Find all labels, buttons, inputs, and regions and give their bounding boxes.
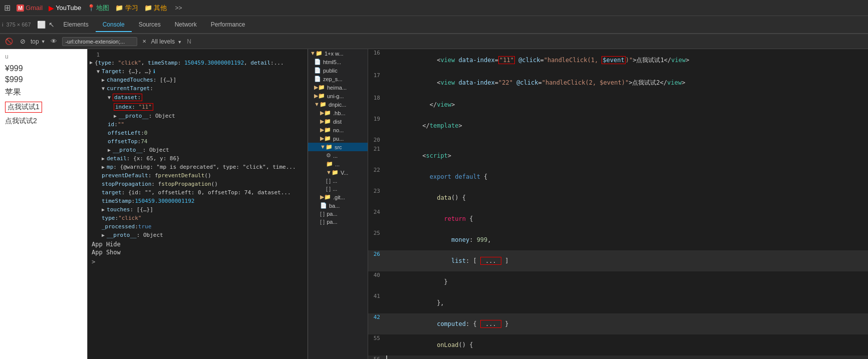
folder-icon-no: ▶📁	[320, 127, 331, 133]
console-filter-input[interactable]	[62, 37, 137, 46]
tree-item-zeps[interactable]: 📄 zep_s...	[308, 75, 368, 83]
tree-item-hb[interactable]: ▶📁 .hb...	[308, 109, 368, 117]
console-dataset[interactable]: ▼ dataset:	[88, 93, 308, 102]
code-line-25: 25 money: 999,	[368, 229, 868, 250]
tree-item-git[interactable]: ▶📁 .git...	[308, 193, 368, 201]
clear-console-button[interactable]: 🚫	[3, 37, 15, 46]
console-app-hide: App Hide	[88, 239, 308, 248]
tree-item-pa2[interactable]: [ ] pa...	[308, 218, 368, 226]
preview-u-label: u	[5, 53, 82, 60]
console-index: index: "11"	[88, 102, 308, 112]
code-line-19: 19 </template>	[368, 115, 868, 136]
console-line-number: 1	[88, 51, 308, 59]
tree-item-pu[interactable]: ▶📁 pu...	[308, 134, 368, 143]
code-line-17: 17 <view data-index="22" @click="handleC…	[368, 72, 868, 94]
apps-grid-icon[interactable]: ⊞	[4, 3, 11, 13]
console-offsettop: offsetTop: 74	[88, 137, 308, 146]
cursor-icon[interactable]: ↖	[47, 20, 57, 30]
elements-icon[interactable]: ⬜	[36, 20, 47, 30]
folder2-label[interactable]: 📁 其他	[144, 4, 167, 13]
code-line-21: 21 <script>	[368, 145, 868, 166]
folder-icon-git: ▶📁	[320, 194, 331, 200]
console-preventdefault: preventDefault: f preventDefault()	[88, 171, 308, 180]
console-more[interactable]: >	[88, 257, 308, 266]
console-click-event[interactable]: ▶ {type: "click", timeStamp: 150459.3000…	[88, 59, 308, 67]
top-bar: ⊞ M Gmail ▶ YouTube 📍 地图 📁 学习 📁 其他 >>	[0, 0, 868, 16]
tree-item-src[interactable]: ▼📁 src	[308, 143, 368, 151]
maps-label[interactable]: 📍 地图	[87, 4, 109, 13]
console-proto1[interactable]: ▶ __proto__: Object	[88, 112, 308, 120]
console-proto2[interactable]: ▶ __proto__: Object	[88, 146, 308, 154]
more-icon[interactable]: >>	[175, 5, 182, 12]
code-line-56: 56	[368, 355, 868, 359]
console-current-target[interactable]: ▼ currentTarget:	[88, 84, 308, 93]
tab-console[interactable]: Console	[96, 18, 132, 32]
gmail-label[interactable]: M Gmail	[17, 4, 43, 12]
filter-close-icon[interactable]: ✕	[140, 38, 148, 45]
tree-item-dnpic[interactable]: ▼📁 dnpic...	[308, 100, 368, 109]
tree-item-gear[interactable]: ⚙ ...	[308, 151, 368, 160]
tree-item-pa1[interactable]: [ ] pa...	[308, 210, 368, 218]
main-content: u ¥999 $999 苹果 点我试试1 点我试试2 1 ▶ {type: "c…	[0, 49, 868, 359]
tree-item-1xw[interactable]: ▼📁 1+x w...	[308, 49, 368, 58]
file-icon-html5: 📄	[314, 59, 321, 65]
tab-network[interactable]: Network	[168, 18, 204, 32]
app-preview-panel: u ¥999 $999 苹果 点我试试1 点我试试2	[0, 49, 88, 359]
devtools-height: 667	[22, 22, 31, 28]
folder-icon-v: ▼📁	[326, 169, 339, 176]
tree-item-folder1[interactable]: 📁 ...	[308, 160, 368, 168]
console-mp[interactable]: ▶ mp: {@warning: "mp is deprecated", typ…	[88, 163, 308, 171]
folder-icon-dist: ▶📁	[320, 118, 331, 125]
tab-performance[interactable]: Performance	[204, 18, 252, 32]
folder-icon-pu: ▶📁	[320, 135, 331, 142]
console-detail[interactable]: ▶ detail: {x: 65, y: 86}	[88, 154, 308, 163]
tree-item-v[interactable]: ▼📁 V...	[308, 168, 368, 177]
console-touches[interactable]: ▶ touches: [{…}]	[88, 205, 308, 214]
console-timestamp: timeStamp: 150459.30000001192	[88, 197, 308, 205]
console-type: type: "click"	[88, 214, 308, 222]
top-label: top	[31, 38, 39, 45]
console-app-show: App Show	[88, 248, 308, 257]
file-icon-pa1: [ ]	[320, 211, 325, 217]
console-target[interactable]: ▼ Target: {…}, …} ℹ	[88, 67, 308, 76]
stop-button[interactable]: ⊘	[18, 37, 28, 46]
tree-item-arr1[interactable]: [ ] ...	[308, 177, 368, 185]
click-item-2[interactable]: 点我试试2	[5, 117, 82, 126]
code-line-40: 40 }	[368, 271, 868, 292]
file-tree-panel: ▼📁 1+x w... 📄 html5... 📄 public 📄 zep_s.…	[308, 49, 368, 359]
console-target2: target: {id: "", offsetLeft: 0, offsetTo…	[88, 188, 308, 197]
tree-item-ba[interactable]: 📄 ba...	[308, 201, 368, 210]
tree-item-unig[interactable]: ▶📁 uni-g...	[308, 92, 368, 100]
n-indicator: N	[187, 38, 191, 45]
code-editor: 16 <view data-index="11" @click="handleC…	[368, 49, 868, 359]
code-line-20: 20	[368, 136, 868, 145]
code-line-24: 24 return {	[368, 208, 868, 229]
devtools: i 375 × 667 ⬜ ↖ Elements Console Sources…	[0, 16, 868, 359]
levels-dropdown[interactable]: All levels ▼	[151, 38, 182, 45]
click-item-1[interactable]: 点我试试1	[5, 102, 42, 113]
tab-elements[interactable]: Elements	[57, 18, 96, 32]
eye-button[interactable]: 👁	[49, 37, 59, 46]
folder-icon-dnpic: ▼📁	[314, 101, 327, 108]
tree-item-dist[interactable]: ▶📁 dist	[308, 117, 368, 126]
tree-item-html5[interactable]: 📄 html5...	[308, 58, 368, 66]
tree-item-public[interactable]: 📄 public	[308, 66, 368, 75]
code-line-16: 16 <view data-index="11" @click="handleC…	[368, 49, 868, 72]
price-usd: $999	[5, 75, 82, 84]
tab-sources[interactable]: Sources	[132, 18, 168, 32]
youtube-label[interactable]: ▶ YouTube	[49, 4, 81, 12]
file-icon-pa2: [ ]	[320, 219, 325, 225]
folder-icon-hb: ▶📁	[320, 110, 331, 116]
dataset-box: dataset:	[113, 94, 142, 101]
tree-item-no[interactable]: ▶📁 no...	[308, 126, 368, 134]
top-dropdown[interactable]: top ▼	[31, 38, 46, 45]
folder1-label[interactable]: 📁 学习	[115, 4, 138, 13]
code-line-55: 55 onLoad() {	[368, 334, 868, 355]
console-proto3[interactable]: ▶ __proto__: Object	[88, 231, 308, 239]
devtools-tab-bar: i 375 × 667 ⬜ ↖ Elements Console Sources…	[0, 16, 868, 34]
console-changed-touches[interactable]: ▶ changedTouches: [{…}]	[88, 76, 308, 84]
tree-item-heima[interactable]: ▶📁 heima...	[308, 83, 368, 92]
tree-item-arr2[interactable]: [ ] ...	[308, 185, 368, 193]
code-line-26: 26 list: [ ... ]	[368, 250, 868, 271]
folder-icon-src: ▼📁	[320, 144, 333, 150]
